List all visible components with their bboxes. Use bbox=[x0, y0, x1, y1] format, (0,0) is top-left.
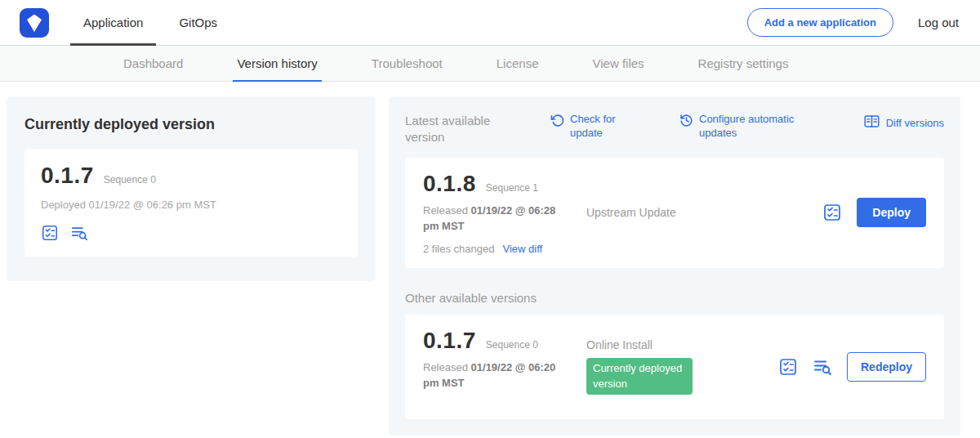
deploy-button[interactable]: Deploy bbox=[857, 198, 926, 227]
latest-version-actions: Deploy bbox=[822, 198, 926, 227]
main-content: Currently deployed version 0.1.7 Sequenc… bbox=[0, 82, 980, 438]
refresh-icon bbox=[550, 113, 564, 132]
schedule-icon bbox=[679, 113, 693, 132]
sequence-label: Sequence 0 bbox=[104, 174, 156, 185]
diff-versions-button[interactable]: Diff versions bbox=[863, 113, 944, 134]
diff-icon bbox=[863, 113, 880, 134]
redeploy-button[interactable]: Redeploy bbox=[847, 352, 926, 382]
tab-license[interactable]: License bbox=[470, 46, 566, 81]
app-screen: Application GitOps Add a new application… bbox=[0, 0, 980, 438]
deployed-version-card: 0.1.7 Sequence 0 Deployed 01/19/22 @ 06:… bbox=[24, 150, 358, 257]
preflight-checks-icon[interactable] bbox=[41, 224, 59, 242]
deploy-logs-icon[interactable] bbox=[70, 224, 88, 242]
files-changed-row: 2 files changed View diff bbox=[423, 243, 586, 255]
deployed-timestamp: Deployed 01/19/22 @ 06:26 pm MST bbox=[41, 199, 341, 211]
version-row: 0.1.8 Sequence 1 bbox=[423, 171, 586, 197]
other-available-versions-title: Other available versions bbox=[405, 291, 944, 305]
top-navbar: Application GitOps Add a new application… bbox=[0, 0, 980, 46]
diff-versions-label: Diff versions bbox=[886, 117, 944, 131]
check-for-update-label: Check for update bbox=[570, 113, 627, 141]
available-versions-panel: Latest available version Check for updat… bbox=[389, 96, 960, 436]
tab-view-files[interactable]: View files bbox=[565, 46, 670, 81]
view-diff-link[interactable]: View diff bbox=[502, 243, 542, 255]
other-version-info: 0.1.7 Sequence 0 Released 01/19/22 @ 06:… bbox=[423, 328, 586, 406]
currently-deployed-title: Currently deployed version bbox=[24, 116, 358, 133]
latest-available-title: Latest available version bbox=[405, 113, 513, 146]
version-source: Online Install Currently deployed versio… bbox=[586, 338, 693, 394]
logout-link[interactable]: Log out bbox=[918, 16, 959, 29]
app-logo-icon[interactable] bbox=[20, 8, 49, 38]
version-row: 0.1.7 Sequence 0 bbox=[423, 328, 586, 354]
tab-version-history[interactable]: Version history bbox=[210, 46, 344, 81]
tab-gitops[interactable]: GitOps bbox=[161, 0, 235, 46]
check-for-update-button[interactable]: Check for update bbox=[550, 113, 627, 141]
version-number: 0.1.8 bbox=[423, 171, 476, 197]
tab-application[interactable]: Application bbox=[65, 0, 161, 46]
released-timestamp: Released 01/19/22 @ 06:20 pm MST bbox=[423, 360, 564, 391]
deploy-logs-icon[interactable] bbox=[813, 357, 832, 377]
deployed-card-actions bbox=[41, 224, 341, 242]
version-source-label: Online Install bbox=[586, 338, 693, 351]
configure-automatic-updates-label: Configure automatic updates bbox=[699, 113, 807, 141]
version-source: Upstream Update bbox=[586, 206, 676, 219]
topbar-right: Add a new application Log out bbox=[747, 8, 959, 37]
tab-registry-settings[interactable]: Registry settings bbox=[671, 46, 816, 81]
released-timestamp: Released 01/19/22 @ 06:28 pm MST bbox=[423, 203, 564, 235]
sequence-label: Sequence 1 bbox=[486, 182, 538, 194]
add-application-button[interactable]: Add a new application bbox=[747, 8, 893, 37]
preflight-checks-icon[interactable] bbox=[778, 357, 798, 377]
tab-dashboard[interactable]: Dashboard bbox=[96, 46, 210, 81]
top-tabs: Application GitOps bbox=[65, 0, 235, 46]
currently-deployed-panel: Currently deployed version 0.1.7 Sequenc… bbox=[7, 96, 376, 281]
other-version-actions: Redeploy bbox=[778, 352, 926, 382]
configure-automatic-updates-button[interactable]: Configure automatic updates bbox=[679, 113, 807, 141]
files-changed-label: 2 files changed bbox=[423, 243, 494, 255]
version-number: 0.1.7 bbox=[423, 328, 476, 354]
other-version-card: 0.1.7 Sequence 0 Released 01/19/22 @ 06:… bbox=[405, 315, 944, 419]
preflight-checks-icon[interactable] bbox=[822, 203, 842, 222]
tab-troubleshoot[interactable]: Troubleshoot bbox=[345, 46, 470, 81]
version-source-label: Upstream Update bbox=[586, 206, 676, 219]
latest-version-card: 0.1.8 Sequence 1 Released 01/19/22 @ 06:… bbox=[405, 158, 944, 268]
available-versions-header: Latest available version Check for updat… bbox=[405, 113, 944, 146]
app-subnav: Dashboard Version history Troubleshoot L… bbox=[0, 46, 980, 82]
version-number: 0.1.7 bbox=[41, 163, 94, 189]
latest-version-info: 0.1.8 Sequence 1 Released 01/19/22 @ 06:… bbox=[423, 171, 586, 255]
version-row: 0.1.7 Sequence 0 bbox=[41, 163, 341, 189]
currently-deployed-badge: Currently deployed version bbox=[586, 358, 693, 394]
sequence-label: Sequence 0 bbox=[486, 339, 538, 351]
